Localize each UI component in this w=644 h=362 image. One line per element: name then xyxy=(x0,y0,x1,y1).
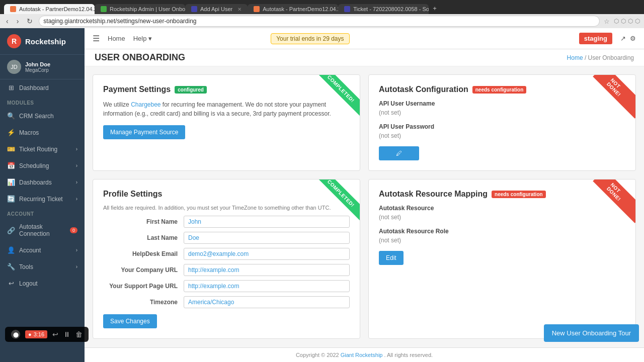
stop-button[interactable]: 🗑 xyxy=(75,330,83,338)
tab-rocketship[interactable]: Rocketship Admin | User Onbo... ✕ xyxy=(95,4,185,14)
chargebee-link[interactable]: Chargebee xyxy=(131,101,160,108)
bookmark-icon[interactable]: ☆ xyxy=(604,18,610,25)
api-password-value: (not set) xyxy=(379,132,625,139)
logo-text: Rocketship xyxy=(25,37,66,46)
manage-payment-source-button[interactable]: Manage Payment Source xyxy=(103,125,185,139)
external-link-icon[interactable]: ↗ xyxy=(620,35,626,42)
form-label-firstname: First Name xyxy=(103,218,184,225)
sidebar-item-dashboard[interactable]: ⊞ Dashboard xyxy=(0,79,85,96)
form-label-support-url: Your Support Page URL xyxy=(103,283,184,290)
sidebar-label-tools: Tools xyxy=(19,263,33,270)
badge-count: 0 xyxy=(70,227,77,233)
helpdesk-email-input[interactable] xyxy=(184,248,350,260)
topbar-help[interactable]: Help ▾ xyxy=(133,35,152,42)
address-bar: ‹ › ↻ staging.giantrocketship.net/settin… xyxy=(0,14,644,28)
completed-ribbon-profile: COMPLETED! xyxy=(314,179,360,221)
tab-close-3[interactable]: ✕ xyxy=(237,7,242,12)
pause-button[interactable]: ⏸ xyxy=(63,330,70,338)
form-label-email: HelpDesk Email xyxy=(103,250,184,257)
staging-badge: staging xyxy=(579,33,612,44)
tab-favicon-5 xyxy=(344,6,350,12)
sidebar-item-macros[interactable]: ⚡ Macros xyxy=(0,124,85,141)
company-url-input[interactable] xyxy=(184,264,350,276)
form-row-lastname: Last Name xyxy=(103,232,350,244)
edit-button[interactable]: Edit xyxy=(379,251,404,265)
last-name-input[interactable] xyxy=(184,232,350,244)
browser-tab-bar: Autotask - PartnerDemo12.04.2... ✕ Rocke… xyxy=(0,0,644,14)
section-modules: Modules xyxy=(0,96,85,108)
sidebar-label-crm: CRM Search xyxy=(19,113,54,120)
sidebar-item-tools[interactable]: 🔧 Tools › xyxy=(0,258,85,275)
sidebar-item-logout[interactable]: ↩ Logout xyxy=(0,275,85,292)
sidebar-item-account[interactable]: 👤 Account › xyxy=(0,242,85,258)
forward-button[interactable]: › xyxy=(15,16,21,26)
recording-time: 3:16 xyxy=(34,331,44,337)
tools-icon: 🔧 xyxy=(7,263,15,270)
resource-role-value: (not set) xyxy=(379,237,625,244)
breadcrumb-separator: / xyxy=(585,54,588,61)
tab-add-api[interactable]: Add Api User ✕ xyxy=(185,4,248,14)
extensions-area: ⬡ ⬡ ⬡ ⬡ xyxy=(614,18,640,25)
profile-settings-title: Profile Settings xyxy=(103,190,350,199)
tab-active[interactable]: Autotask - PartnerDemo12.04.2... ✕ xyxy=(4,4,95,14)
url-bar[interactable]: staging.giantrocketship.net/settings/new… xyxy=(39,16,600,27)
undo-button[interactable]: ↩ xyxy=(52,330,58,338)
support-url-input[interactable] xyxy=(184,280,350,292)
api-username-value: (not set) xyxy=(379,109,625,116)
resource-role-label: Autotask Resource Role xyxy=(379,228,625,235)
tab-ticket[interactable]: Ticket - 7202208002.0058 - Som... ✕ xyxy=(338,4,429,14)
refresh-button[interactable]: ↻ xyxy=(25,16,35,26)
sidebar-item-crm[interactable]: 🔍 CRM Search xyxy=(0,108,85,124)
footer-link[interactable]: Giant Rocketship xyxy=(341,352,383,358)
topbar-home[interactable]: Home xyxy=(108,35,125,42)
sidebar-label-autotask: Autotask Connection xyxy=(19,223,65,237)
tab-label: Autotask - PartnerDemo12.04.2... xyxy=(19,6,95,12)
api-username-label: API User Username xyxy=(379,100,625,107)
sidebar-label-logout: Logout xyxy=(19,280,38,287)
tab-label-3: Add Api User xyxy=(200,6,232,12)
chevron-icon-6: › xyxy=(76,264,77,269)
sidebar-item-recurring-ticket[interactable]: 🔄 Recurring Ticket › xyxy=(0,191,85,207)
chevron-icon-3: › xyxy=(76,179,77,185)
form-row-timezone: Timezone xyxy=(103,296,350,308)
sidebar-label-dashboard: Dashboard xyxy=(19,84,49,92)
payment-settings-card: COMPLETED! Payment Settings configured W… xyxy=(93,74,360,171)
tab-favicon xyxy=(10,6,16,12)
form-row-firstname: First Name xyxy=(103,216,350,228)
menu-icon[interactable]: ☰ xyxy=(93,34,100,43)
form-label-timezone: Timezone xyxy=(103,299,184,306)
browser-chrome: Autotask - PartnerDemo12.04.2... ✕ Rocke… xyxy=(0,0,644,28)
autotask-config-title: Autotask Configuration needs configurati… xyxy=(379,85,625,94)
tab-autotask2[interactable]: Autotask - PartnerDemo12.04.2... ✕ xyxy=(248,4,338,14)
payment-settings-title: Payment Settings configured xyxy=(103,85,350,94)
new-user-onboarding-tour-button[interactable]: New User Onboarding Tour xyxy=(544,324,639,342)
save-changes-button[interactable]: Save Changes xyxy=(103,314,157,328)
timezone-input[interactable] xyxy=(184,296,350,308)
profile-req-note: All fields are required. In addition, yo… xyxy=(103,205,350,211)
needs-config-badge: needs configuration xyxy=(472,86,527,94)
sidebar-item-scheduling[interactable]: 📅 Scheduling › xyxy=(0,157,85,174)
sidebar-item-autotask-connection[interactable]: 🔗 Autotask Connection 0 xyxy=(0,219,85,242)
user-info: John Doe MegaCorp xyxy=(25,61,50,73)
sidebar-user: JD John Doe MegaCorp xyxy=(0,55,85,79)
breadcrumb-home[interactable]: Home xyxy=(567,54,583,61)
autotask-resource-card: NOT DONE! Autotask Resource Mapping need… xyxy=(368,179,636,339)
breadcrumb: Home / User Onboarding xyxy=(567,54,634,61)
configured-badge: configured xyxy=(175,86,207,94)
back-button[interactable]: ‹ xyxy=(4,16,11,26)
sidebar-item-ticket-routing[interactable]: 🎫 Ticket Routing › xyxy=(0,141,85,157)
tab-favicon-4 xyxy=(254,6,260,12)
sidebar-label-dashboards: Dashboards xyxy=(19,179,52,186)
cards-grid: COMPLETED! Payment Settings configured W… xyxy=(93,74,636,339)
breadcrumb-bar: USER ONBOARDING Home / User Onboarding xyxy=(85,49,644,66)
chevron-icon-2: › xyxy=(76,163,77,168)
form-label-company-url: Your Company URL xyxy=(103,266,184,274)
autotask-config-button[interactable]: 🖊 xyxy=(379,146,419,160)
tab-label-4: Autotask - PartnerDemo12.04.2... xyxy=(263,6,338,12)
tab-label-2: Rocketship Admin | User Onbo... xyxy=(110,6,185,12)
new-tab-button[interactable]: + xyxy=(429,3,441,14)
profile-form: First Name Last Name HelpDesk Email xyxy=(103,216,350,308)
ticket-routing-icon: 🎫 xyxy=(7,145,15,153)
sidebar-item-dashboards[interactable]: 📊 Dashboards › xyxy=(0,174,85,191)
settings-icon[interactable]: ⚙ xyxy=(630,35,636,42)
